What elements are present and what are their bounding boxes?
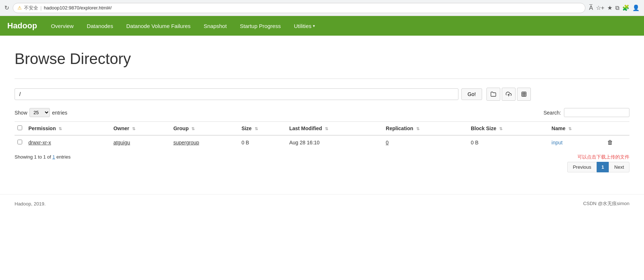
- favorites-add-icon[interactable]: ☆+: [596, 4, 604, 11]
- row-checkbox[interactable]: [17, 140, 22, 144]
- showing-info: Showing 1 to 1 of 1 entries: [15, 154, 71, 160]
- row-permission: drwxr-xr-x: [25, 135, 111, 149]
- nav-item-snapshot[interactable]: Snapshot: [197, 16, 233, 36]
- navbar: Hadoop Overview Datanodes Datanode Volum…: [0, 16, 644, 36]
- row-group: supergroup: [170, 135, 238, 149]
- group-link[interactable]: supergroup: [173, 140, 199, 145]
- sort-icon-group: ⇅: [191, 127, 195, 131]
- nav-item-datanodes[interactable]: Datanodes: [80, 16, 120, 36]
- path-row: Go!: [15, 88, 629, 101]
- row-delete-cell: 🗑: [604, 135, 629, 149]
- col-header-name[interactable]: Name ⇅: [549, 122, 604, 136]
- footer-right: CSDN @水无痕simon: [583, 200, 629, 207]
- show-entries-row: Show 10 25 50 100 entries Search:: [15, 108, 629, 117]
- delete-icon[interactable]: 🗑: [607, 139, 613, 145]
- address-bar: ⚠ 不安全 | hadoop102:9870/explorer.html#/: [13, 3, 585, 13]
- sort-icon-size: ⇅: [255, 127, 258, 131]
- pagination-area: 可以点击下载上传的文件 Previous 1 Next: [567, 154, 629, 172]
- col-header-last-modified[interactable]: Last Modified ⇅: [286, 122, 383, 136]
- path-input[interactable]: [15, 88, 458, 100]
- sort-icon-permission: ⇅: [59, 127, 62, 131]
- go-button[interactable]: Go!: [461, 88, 482, 100]
- pagination-buttons: Previous 1 Next: [567, 162, 629, 172]
- sort-icon-replication: ⇅: [416, 127, 420, 131]
- browser-toolbar: A̅ ☆+ ★ ⧉ 🧩 👤: [589, 4, 640, 11]
- row-owner: atguigu: [111, 135, 171, 149]
- collections-icon[interactable]: ⧉: [615, 5, 619, 11]
- nav-item-startup-progress[interactable]: Startup Progress: [233, 16, 287, 36]
- sort-icon-block-size: ⇅: [499, 127, 502, 131]
- col-header-checkbox: [15, 122, 25, 136]
- directory-table: Permission ⇅ Owner ⇅ Group ⇅ Size ⇅ Last…: [15, 121, 629, 149]
- sort-icon-last-modified: ⇅: [325, 127, 328, 131]
- select-all-checkbox[interactable]: [17, 125, 22, 130]
- current-page-button[interactable]: 1: [597, 162, 609, 172]
- table-view-button[interactable]: [517, 88, 531, 101]
- refresh-button[interactable]: ↻: [4, 4, 9, 11]
- annotation-text: 可以点击下载上传的文件: [577, 154, 629, 160]
- previous-button[interactable]: Previous: [567, 162, 597, 172]
- upload-button[interactable]: [502, 88, 516, 101]
- sort-icon-owner: ⇅: [132, 127, 135, 131]
- address-url[interactable]: hadoop102:9870/explorer.html#/: [44, 5, 111, 11]
- row-checkbox-cell: [15, 135, 25, 149]
- page-footer: Hadoop, 2019. CSDN @水无痕simon: [0, 194, 644, 213]
- address-separator: |: [40, 5, 41, 11]
- name-link[interactable]: input: [552, 140, 562, 145]
- search-label: Search:: [544, 110, 561, 116]
- show-label: Show: [15, 110, 27, 116]
- nav-item-overview[interactable]: Overview: [44, 16, 80, 36]
- read-aloud-icon[interactable]: A̅: [589, 4, 593, 11]
- title-divider: [15, 79, 629, 79]
- row-replication: 0: [383, 135, 468, 149]
- table-footer: Showing 1 to 1 of 1 entries 可以点击下载上传的文件 …: [15, 154, 629, 172]
- svg-rect-1: [522, 92, 526, 96]
- search-right: Search:: [544, 108, 629, 117]
- sort-icon-name: ⇅: [568, 127, 572, 131]
- row-last-modified: Aug 28 16:10: [286, 135, 383, 149]
- col-header-size[interactable]: Size ⇅: [239, 122, 286, 136]
- profile-icon[interactable]: 👤: [632, 4, 640, 11]
- showing-text: Showing 1 to 1 of 1 entries: [15, 154, 71, 160]
- entries-count[interactable]: 1: [52, 154, 55, 160]
- security-label: 不安全: [24, 5, 38, 11]
- footer-left: Hadoop, 2019.: [15, 201, 45, 207]
- security-icon: ⚠: [17, 5, 22, 11]
- col-header-replication[interactable]: Replication ⇅: [383, 122, 468, 136]
- page-title: Browse Directory: [15, 50, 629, 68]
- replication-link[interactable]: 0: [386, 140, 389, 145]
- entries-select[interactable]: 10 25 50 100: [29, 108, 50, 117]
- table-row: drwxr-xr-x atguigu supergroup 0 B Aug 28…: [15, 135, 629, 149]
- main-content: Browse Directory Go!: [0, 36, 644, 180]
- row-block-size: 0 B: [468, 135, 549, 149]
- search-input[interactable]: [564, 108, 629, 117]
- col-header-group[interactable]: Group ⇅: [170, 122, 238, 136]
- path-action-buttons: [486, 88, 531, 101]
- extensions-icon[interactable]: 🧩: [622, 4, 629, 11]
- nav-item-utilities[interactable]: Utilities ▾: [287, 16, 322, 36]
- favorites-icon[interactable]: ★: [607, 4, 612, 11]
- navbar-brand[interactable]: Hadoop: [7, 21, 37, 31]
- utilities-dropdown-arrow: ▾: [313, 24, 315, 28]
- col-header-permission[interactable]: Permission ⇅: [25, 122, 111, 136]
- entries-label: entries: [52, 110, 67, 116]
- folder-button[interactable]: [486, 88, 500, 101]
- col-header-block-size[interactable]: Block Size ⇅: [468, 122, 549, 136]
- browser-chrome: ↻ ⚠ 不安全 | hadoop102:9870/explorer.html#/…: [0, 0, 644, 16]
- permission-link[interactable]: drwxr-xr-x: [28, 140, 51, 145]
- row-size: 0 B: [239, 135, 286, 149]
- col-header-owner[interactable]: Owner ⇅: [111, 122, 171, 136]
- navbar-nav: Overview Datanodes Datanode Volume Failu…: [44, 16, 322, 36]
- next-button[interactable]: Next: [609, 162, 629, 172]
- owner-link[interactable]: atguigu: [114, 140, 130, 145]
- row-name: input: [549, 135, 604, 149]
- show-entries-left: Show 10 25 50 100 entries: [15, 108, 67, 117]
- col-header-actions: [604, 122, 629, 136]
- nav-item-datanode-volume-failures[interactable]: Datanode Volume Failures: [120, 16, 197, 36]
